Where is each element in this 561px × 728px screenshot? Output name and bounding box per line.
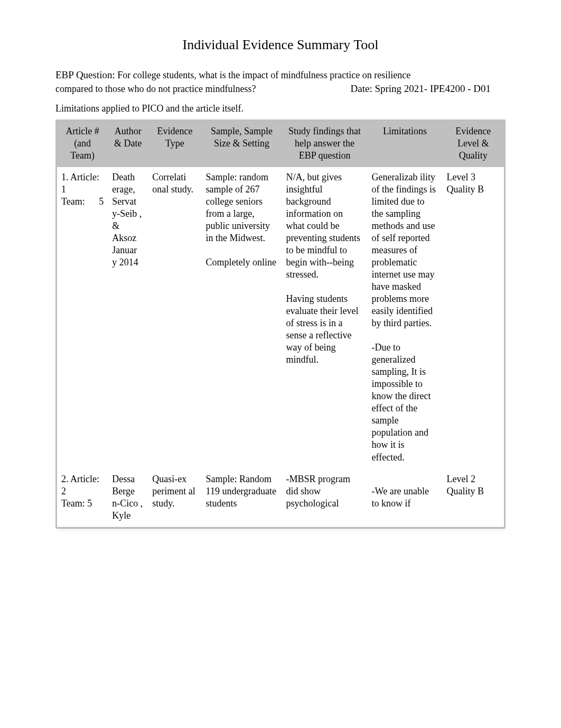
- article-team-line: Team: 5: [61, 497, 104, 510]
- page-title: Individual Evidence Summary Tool: [55, 37, 506, 53]
- date-label: Date:: [351, 83, 375, 94]
- limitations-note: Limitations applied to PICO and the arti…: [55, 103, 506, 114]
- ebp-question-row: EBP Question: For college students, what…: [55, 69, 506, 82]
- article-line2: 2: [61, 485, 104, 497]
- date-block: Date: Spring 2021- IPE4200 - D01: [351, 83, 506, 95]
- table-body: 1. Article: 1 Team: 5 Death erage, Serva…: [57, 167, 504, 527]
- ebp-text-2: compared to those who do not practice mi…: [55, 84, 351, 95]
- cell-evtype: Quasi-ex periment al study.: [148, 469, 201, 527]
- table-row: 2. Article: 2 Team: 5 Dessa Berge n-Cico…: [57, 469, 504, 527]
- team-number: 5: [99, 196, 104, 208]
- article-team-line: Team: 5: [61, 196, 104, 208]
- col-header-article: Article # (and Team): [57, 121, 108, 167]
- ebp-second-line: compared to those who do not practice mi…: [55, 83, 506, 95]
- col-header-sample: Sample, Sample Size & Setting: [202, 121, 282, 167]
- cell-article: 1. Article: 1 Team: 5: [57, 167, 108, 469]
- cell-author: Dessa Berge n-Cico , Kyle: [108, 469, 148, 527]
- article-line1: 2. Article:: [61, 473, 104, 485]
- article-line2: 1: [61, 183, 104, 196]
- table-row: 1. Article: 1 Team: 5 Death erage, Serva…: [57, 167, 504, 469]
- cell-level: Level 3 Quality B: [442, 167, 504, 469]
- cell-limits: Generalizab ility of the findings is lim…: [368, 167, 443, 469]
- document-page: Individual Evidence Summary Tool EBP Que…: [0, 0, 561, 550]
- ebp-label: EBP Question:: [55, 69, 115, 80]
- col-header-evtype: Evidence Type: [148, 121, 201, 167]
- cell-sample: Sample: Random 119 undergraduate student…: [202, 469, 282, 527]
- ebp-text-1: For college students, what is the impact…: [115, 70, 410, 80]
- col-header-findings: Study findings that help answer the EBP …: [282, 121, 368, 167]
- col-header-level: Evidence Level & Quality: [442, 121, 504, 167]
- col-header-author: Author & Date: [108, 121, 148, 167]
- cell-sample: Sample: random sample of 267 college sen…: [202, 167, 282, 469]
- team-label: Team:: [61, 196, 85, 208]
- evidence-table-wrap: Article # (and Team) Author & Date Evide…: [55, 119, 506, 529]
- cell-author: Death erage, Servat y-Seib , & Aksoz Jan…: [108, 167, 148, 469]
- cell-limits: -We are unable to know if: [368, 469, 443, 527]
- cell-evtype: Correlati onal study.: [148, 167, 201, 469]
- date-value: Spring 2021- IPE4200 - D01: [375, 83, 491, 94]
- cell-level: Level 2 Quality B: [442, 469, 504, 527]
- article-line1: 1. Article:: [61, 171, 104, 183]
- cell-findings: N/A, but gives insightful background inf…: [282, 167, 368, 469]
- cell-findings: -MBSR program did show psychological: [282, 469, 368, 527]
- evidence-table: Article # (and Team) Author & Date Evide…: [57, 121, 504, 527]
- table-header-row: Article # (and Team) Author & Date Evide…: [57, 121, 504, 167]
- cell-article: 2. Article: 2 Team: 5: [57, 469, 108, 527]
- col-header-limits: Limitations: [368, 121, 443, 167]
